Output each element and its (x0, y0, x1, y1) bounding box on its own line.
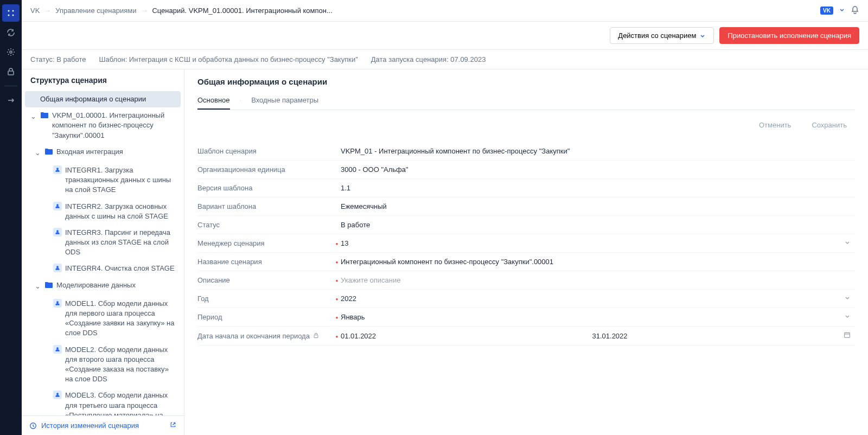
svg-point-10 (56, 301, 59, 303)
user-icon (53, 264, 62, 272)
folder-icon (44, 147, 53, 159)
actions-bar: Действия со сценарием Приостановить испо… (22, 22, 868, 50)
value-orgunit: 3000 - ООО "Альфа" (341, 165, 855, 174)
breadcrumb: VK → Управление сценариями → Сценарий. V… (30, 7, 816, 15)
chevron-down-icon[interactable]: ⌄ (34, 147, 41, 158)
detail-panel: Общая информация о сценарии Основное · В… (184, 69, 868, 435)
svg-point-7 (56, 204, 59, 206)
chevron-down-icon (844, 313, 855, 321)
tree-item-root[interactable]: ⌄ VKPM_01.00001. Интеграционный компонен… (25, 107, 181, 144)
daterange-input[interactable]: 01.01.2022 31.01.2022 (341, 331, 855, 340)
tab-params[interactable]: Входные параметры (251, 92, 318, 110)
tab-main[interactable]: Основное (197, 92, 230, 110)
svg-rect-5 (8, 71, 14, 75)
folder-icon (44, 280, 53, 292)
manager-select[interactable]: 13 (341, 239, 855, 247)
tree-item-integrr3[interactable]: INTEGRR3. Парсинг и передача данных из с… (25, 225, 181, 261)
value-variant: Ежемесячный (341, 202, 855, 210)
detail-title: Общая информация о сценарии (197, 77, 855, 86)
chevron-down-icon (844, 239, 855, 247)
tree-item-model3[interactable]: MODEL3. Сбор модели данных для третьего … (25, 387, 181, 415)
label-daterange: Дата начала и окончания периода (197, 332, 333, 340)
topbar: VK → Управление сценариями → Сценарий. V… (22, 0, 868, 22)
folder-icon (40, 111, 49, 123)
breadcrumb-root[interactable]: VK (30, 7, 40, 15)
desc-input[interactable]: Укажите описание (341, 276, 855, 284)
label-name: Название сценария (197, 258, 333, 266)
tree-panel: Структура сценария Общая информация о сц… (22, 69, 184, 435)
tree-item-model2[interactable]: MODEL2. Сбор модели данных для второго ш… (25, 342, 181, 388)
meta-status: Статус: В работе (30, 55, 86, 63)
meta-bar: Статус: В работе Шаблон: Интеграция с КС… (22, 50, 868, 69)
form: Шаблон сценария ● VKPM_01 - Интеграционн… (197, 142, 855, 346)
year-select[interactable]: 2022 (341, 295, 855, 303)
tree-item-info[interactable]: Общая информация о сценарии (25, 91, 181, 107)
chevron-down-icon[interactable]: ⌄ (29, 111, 37, 121)
tree-item-modeling[interactable]: ⌄ Моделирование данных (25, 277, 181, 296)
svg-point-2 (8, 15, 10, 16)
svg-point-1 (12, 10, 14, 12)
calendar-icon (844, 331, 855, 340)
nav-settings-icon[interactable] (2, 43, 20, 61)
tabs: Основное · Входные параметры (197, 92, 855, 110)
value-status: В работе (341, 221, 855, 229)
bell-icon[interactable] (851, 5, 859, 16)
label-status: Статус (197, 221, 333, 229)
breadcrumb-current: Сценарий. VKPM_01.00001. Интеграционный … (152, 7, 332, 15)
value-version: 1.1 (341, 184, 855, 192)
label-orgunit: Организационная единица (197, 165, 333, 174)
svg-rect-15 (314, 335, 318, 337)
user-icon (53, 391, 62, 399)
user-icon (53, 202, 62, 210)
svg-point-12 (56, 393, 59, 395)
svg-point-3 (12, 15, 14, 16)
nav-refresh-icon[interactable] (2, 24, 20, 41)
tree-item-integrr2[interactable]: INTEGRR2. Загрузка основных данных с шин… (25, 199, 181, 225)
tree-title: Структура сценария (22, 69, 184, 91)
scenario-actions-dropdown[interactable]: Действия со сценарием (610, 27, 714, 44)
user-icon (53, 228, 62, 236)
history-link[interactable]: История изменений сценария (22, 415, 184, 435)
date-end[interactable]: 31.01.2022 (592, 332, 844, 340)
label-template: Шаблон сценария (197, 147, 333, 155)
lock-icon (313, 332, 319, 340)
save-button[interactable]: Сохранить (803, 117, 855, 133)
nav-lock-icon[interactable] (2, 63, 20, 80)
svg-point-6 (56, 168, 59, 170)
suspend-button[interactable]: Приостановить исполнение сценария (719, 27, 859, 44)
chevron-down-icon[interactable] (839, 7, 845, 15)
meta-template: Шаблон: Интеграция с КСШ и обработка дан… (99, 55, 358, 63)
nav-apps-icon[interactable] (2, 4, 20, 22)
label-year: Год (197, 295, 333, 303)
meta-launch: Дата запуска сценария: 07.09.2023 (371, 55, 486, 63)
svg-point-4 (10, 51, 12, 53)
user-badge[interactable]: VK (820, 7, 833, 15)
tree-item-model1[interactable]: MODEL1. Сбор модели данных для первого ш… (25, 296, 181, 342)
period-select[interactable]: Январь (341, 313, 855, 321)
tree-item-integrr1[interactable]: INTEGRR1. Загрузка транзакционных данных… (25, 162, 181, 199)
user-icon (53, 345, 62, 354)
tree-item-inbound[interactable]: ⌄ Входная интеграция (25, 144, 181, 162)
user-icon (53, 165, 62, 174)
label-desc: Описание (197, 276, 333, 284)
svg-point-11 (56, 347, 59, 349)
date-start[interactable]: 01.01.2022 (341, 332, 592, 340)
value-template: VKPM_01 - Интеграционный компонент по би… (341, 147, 855, 155)
user-icon (53, 299, 62, 308)
nav-arrow-icon[interactable] (2, 92, 20, 109)
breadcrumb-mid[interactable]: Управление сценариями (55, 7, 136, 15)
cancel-button[interactable]: Отменить (751, 117, 799, 133)
label-period: Период (197, 313, 333, 321)
svg-rect-16 (845, 332, 850, 337)
sidebar-nav (0, 0, 22, 435)
svg-point-8 (56, 230, 59, 232)
svg-point-0 (8, 10, 10, 12)
chevron-down-icon (844, 295, 855, 303)
label-manager: Менеджер сценария (197, 239, 333, 247)
label-variant: Вариант шаблона (197, 202, 333, 210)
tree-item-integrr4[interactable]: INTEGRR4. Очистка слоя STAGE (25, 260, 181, 277)
external-link-icon (170, 421, 176, 430)
name-input[interactable]: Интеграционный компонент по бизнес-проце… (341, 258, 855, 266)
chevron-down-icon[interactable]: ⌄ (34, 280, 41, 291)
label-version: Версия шаблона (197, 184, 333, 192)
